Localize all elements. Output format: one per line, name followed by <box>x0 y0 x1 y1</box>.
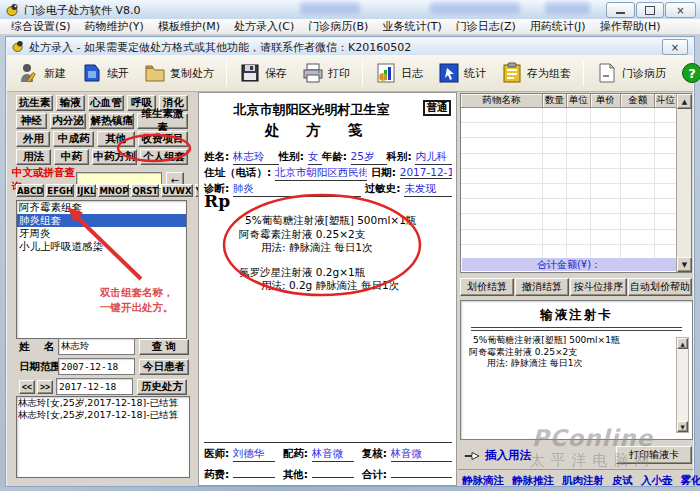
scroll-down-icon[interactable]: ▼ <box>677 421 688 432</box>
cancel-settle-button[interactable]: 撤消结算 <box>515 278 569 296</box>
usage-line: 用法: 0.2g 静脉滴注 每日1次 <box>199 279 449 293</box>
infusion-card-lines: 5%葡萄糖注射液[塑瓶] 500ml×1瓶 阿奇霉素注射液 0.25×2支 用法… <box>461 335 692 370</box>
price-settle-button[interactable]: 划价结算 <box>460 278 514 296</box>
mdi-close-button[interactable]: × <box>662 39 688 55</box>
category-vitamin-hormone[interactable]: 维生素激素 <box>137 113 188 129</box>
toolbar-save-set-button[interactable]: 存为组套 <box>498 60 574 86</box>
menu-bar: 综合设置(S) 药物维护(Y) 模板维护(M) 处方录入(C) 门诊病历(B) … <box>0 19 700 35</box>
usage-iv-drip[interactable]: 静脉滴注 <box>462 474 504 488</box>
signature-row: 医师: 刘德华 配药: 林音微 复核: 林音微 <box>204 447 452 462</box>
dispenser-value: 林音微 <box>312 447 354 462</box>
date-value: 2017-12-18 <box>400 166 452 179</box>
category-endocrine[interactable]: 内分泌 <box>50 113 86 129</box>
category-antipyretic[interactable]: 解热镇痛 <box>89 113 134 129</box>
date-to-input[interactable] <box>56 378 133 395</box>
category-chinese-herb[interactable]: 中药 <box>54 149 89 165</box>
letter-button-uvwx[interactable]: UVWX <box>161 184 192 197</box>
mdi-window-icon <box>12 40 25 52</box>
menu-business-stats[interactable]: 业务统计(T) <box>375 18 448 35</box>
menu-medication-stats[interactable]: 用药统计(J) <box>523 18 593 35</box>
category-other[interactable]: 其他 <box>97 131 135 147</box>
card-scrollbar[interactable]: ▲ ▼ <box>676 337 689 433</box>
prescription-type-button[interactable]: 普通 <box>423 100 451 116</box>
usage-intramuscular[interactable]: 肌肉注射 <box>562 474 604 488</box>
toolbar-log-button[interactable]: 日志 <box>372 60 426 86</box>
allergy-value: 未发现 <box>404 182 452 197</box>
help-icon: ? <box>681 62 700 84</box>
menu-settings[interactable]: 综合设置(S) <box>4 18 78 35</box>
toolbar-copy-button[interactable]: 复制处方 <box>141 60 217 86</box>
close-button[interactable]: × <box>665 2 696 18</box>
scroll-up-icon[interactable]: ▲ <box>677 338 688 349</box>
letter-filter-row: ABCD EFGH IJKL MNOP QRST UVWX YZ <box>16 184 188 197</box>
sort-by-drawer-button[interactable]: 按斗位排序 <box>570 278 627 296</box>
toolbar-print-button[interactable]: 打印 <box>299 60 353 86</box>
category-infusion[interactable]: 输液 <box>56 95 85 111</box>
letter-button-abcd[interactable]: ABCD <box>16 184 44 197</box>
menu-prescription-entry[interactable]: 处方录入(C) <box>227 18 301 35</box>
history-item[interactable]: 林志玲[女,25岁,2017-12-18]-已结算 <box>17 397 189 409</box>
medical-record-icon <box>596 62 618 84</box>
insert-usage-control[interactable]: 插入用法 <box>464 448 531 463</box>
usage-nebulized[interactable]: 雾化吸入 <box>681 474 700 488</box>
menu-help[interactable]: 操作帮助(H) <box>593 18 668 35</box>
category-neurology[interactable]: 神经 <box>16 113 47 129</box>
letter-button-efgh[interactable]: EFGH <box>46 184 74 197</box>
col-amount: 金额 <box>621 94 655 108</box>
auto-pricing-help-button[interactable]: 自动划价帮助 <box>628 278 692 296</box>
prev-page-button[interactable]: << <box>19 380 35 394</box>
table-scrollbar[interactable]: ▲ ▼ <box>676 94 691 272</box>
category-personal-sets[interactable]: 个人组套 <box>140 149 188 165</box>
history-prescription-button[interactable]: 历史处方 <box>137 379 187 395</box>
group-item[interactable]: 小儿上呼吸道感染 <box>17 240 186 253</box>
billing-actions: 划价结算 撤消结算 按斗位排序 自动划价帮助 <box>460 278 693 296</box>
category-usage[interactable]: 用法 <box>16 149 51 165</box>
date-from-input[interactable] <box>58 358 135 375</box>
history-item[interactable]: 林志玲[女,25岁,2017-12-18]-已结算 <box>17 409 189 421</box>
stats-icon <box>438 62 460 84</box>
log-chart-icon <box>375 62 397 84</box>
print-icon <box>302 62 324 84</box>
category-chinese-patent[interactable]: 中成药 <box>53 131 94 147</box>
menu-drug-maintenance[interactable]: 药物维护(Y) <box>78 18 151 35</box>
toolbar-record-button[interactable]: 门诊病历 <box>593 60 669 86</box>
toolbar-save-button[interactable]: 保存 <box>236 60 290 86</box>
mdi-title-text: 处方录入 - 如果需要定做处方格式或其他功能，请联系作者微信：K20160502 <box>29 40 411 55</box>
usage-small-pot[interactable]: 入小壶 <box>641 474 673 488</box>
group-item[interactable]: 牙周炎 <box>17 227 186 240</box>
category-antibiotic[interactable]: 抗生素 <box>16 95 53 111</box>
pointing-hand-icon <box>464 450 480 462</box>
category-cardiovascular[interactable]: 心血管 <box>88 95 125 111</box>
toolbar-stats-button[interactable]: 统计 <box>435 60 489 86</box>
letter-button-ijkl[interactable]: IJKL <box>76 184 96 197</box>
toolbar-help-button[interactable]: ? 操作帮助 <box>678 60 700 86</box>
scroll-up-icon[interactable]: ▲ <box>677 94 692 109</box>
letter-button-mnop[interactable]: MNOP <box>98 184 129 197</box>
scroll-down-icon[interactable]: ▼ <box>677 257 692 272</box>
glass-reflection <box>545 2 590 14</box>
today-patients-button[interactable]: 今日患者 <box>139 359 189 375</box>
query-button[interactable]: 查 询 <box>139 339 189 355</box>
category-herb-formula[interactable]: 中药方剂 <box>92 149 137 165</box>
toolbar-continue-button[interactable]: 续开 <box>78 60 132 86</box>
group-item[interactable]: 阿齐霉素组套 <box>17 201 186 214</box>
toolbar-new-button[interactable]: 新建 <box>15 60 69 86</box>
next-page-button[interactable]: >> <box>37 380 53 394</box>
letter-button-qrst[interactable]: QRST <box>131 184 159 197</box>
patient-name-input[interactable] <box>58 338 135 355</box>
usage-skin-test[interactable]: 皮试 <box>612 474 633 488</box>
category-fee-items[interactable]: 收费项目 <box>138 131 188 147</box>
tutorial-annotation: 双击组套名称， 一键开出处方。 <box>100 285 174 315</box>
minimize-button[interactable] <box>606 2 635 18</box>
double-rule <box>471 327 682 331</box>
client-area: 抗生素 输液 心血管 呼吸 消化 神经 内分泌 解热镇痛 维生素激素 外用 中成… <box>7 92 693 486</box>
print-infusion-card-button[interactable]: 打印输液卡 <box>616 446 692 464</box>
category-external-use[interactable]: 外用 <box>16 131 50 147</box>
usage-iv-push[interactable]: 静脉推注 <box>512 474 554 488</box>
menu-template-maintenance[interactable]: 模板维护(M) <box>151 18 227 35</box>
col-drawer: 斗位 <box>655 94 677 108</box>
menu-outpatient-record[interactable]: 门诊病历(B) <box>301 18 375 35</box>
group-item-selected[interactable]: 肺炎组套 <box>17 214 186 227</box>
maximize-button[interactable] <box>636 2 664 18</box>
menu-clinic-log[interactable]: 门诊日志(Z) <box>449 18 523 35</box>
